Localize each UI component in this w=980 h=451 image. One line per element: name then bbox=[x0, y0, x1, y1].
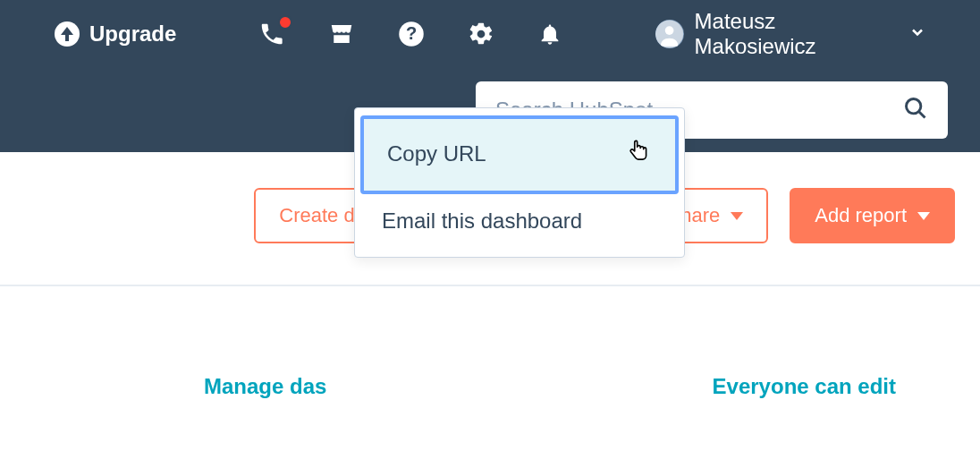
top-navbar: Upgrade ? bbox=[0, 0, 980, 68]
upgrade-button[interactable]: Upgrade bbox=[54, 21, 176, 47]
share-menu-copy-url[interactable]: Copy URL bbox=[360, 115, 679, 194]
manage-dashboards-link-partial[interactable]: Manage das bbox=[204, 374, 326, 399]
user-name: Mateusz Makosiewicz bbox=[695, 9, 898, 59]
share-dropdown: Copy URL Email this dashboard bbox=[354, 107, 685, 258]
svg-point-5 bbox=[907, 99, 921, 114]
help-icon[interactable]: ? bbox=[398, 21, 425, 47]
caret-down-icon bbox=[917, 212, 930, 220]
svg-point-4 bbox=[665, 26, 674, 35]
avatar bbox=[655, 20, 683, 48]
svg-line-6 bbox=[919, 112, 925, 118]
marketplace-icon[interactable] bbox=[328, 21, 355, 47]
everyone-can-edit-link-partial[interactable]: Everyone can edit bbox=[713, 374, 896, 399]
caret-down-icon bbox=[731, 212, 743, 220]
share-menu-email-dashboard[interactable]: Email this dashboard bbox=[355, 194, 684, 250]
dashboard-footer-links: Manage das Everyone can edit bbox=[0, 374, 980, 399]
gear-icon[interactable] bbox=[468, 21, 494, 47]
menu-item-label: Email this dashboard bbox=[382, 208, 582, 234]
notification-badge bbox=[278, 15, 292, 30]
add-report-label: Add report bbox=[815, 204, 907, 227]
upgrade-label: Upgrade bbox=[89, 21, 176, 47]
chevron-down-icon bbox=[908, 21, 926, 47]
search-icon[interactable] bbox=[903, 96, 928, 124]
phone-icon[interactable] bbox=[258, 21, 285, 47]
add-report-button[interactable]: Add report bbox=[790, 188, 955, 243]
cursor-hand-icon bbox=[627, 139, 652, 169]
bell-icon[interactable] bbox=[537, 21, 562, 47]
menu-item-label: Copy URL bbox=[387, 141, 486, 166]
svg-text:?: ? bbox=[406, 23, 417, 43]
upgrade-icon bbox=[54, 21, 80, 47]
topbar-icon-group: ? bbox=[258, 21, 562, 47]
user-menu[interactable]: Mateusz Makosiewicz bbox=[655, 9, 926, 59]
